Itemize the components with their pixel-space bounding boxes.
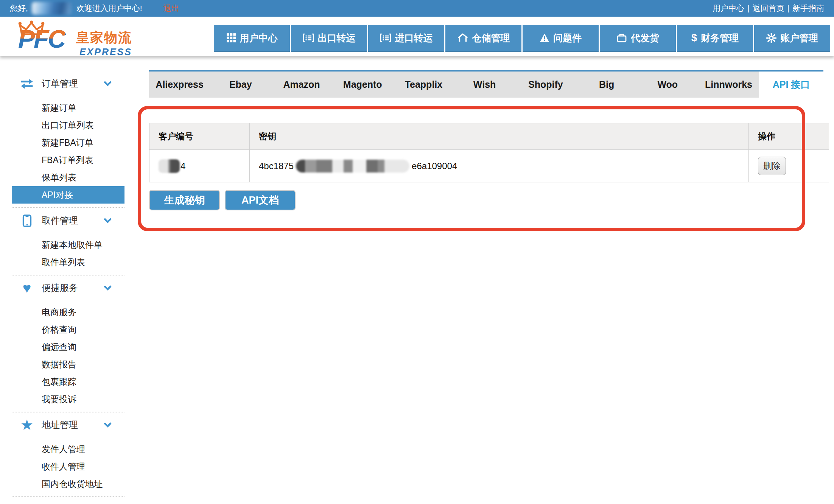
sidebar-separator: [12, 412, 124, 412]
nav-item-label: 进口转运: [395, 32, 433, 44]
generate-key-button[interactable]: 生成秘钥: [149, 190, 220, 210]
nav-item-label: 账户管理: [780, 32, 818, 44]
tab-linnworks[interactable]: Linnworks: [698, 72, 759, 98]
link-separator: |: [747, 4, 749, 13]
greeting-text: 您好,: [10, 3, 28, 14]
table-row: 4 4bc1875 e6a109004 删除: [149, 150, 829, 182]
warning-icon: [540, 33, 549, 43]
sidebar-item[interactable]: 新建本地取件单: [0, 236, 125, 254]
sidebar-item[interactable]: 取件单列表: [0, 254, 125, 271]
sidebar-section-title: 取件管理: [42, 215, 78, 227]
api-doc-button[interactable]: API文档: [225, 190, 296, 210]
chevron-down-icon: [104, 78, 112, 86]
redacted-customer-number: [159, 159, 180, 173]
sidebar-item[interactable]: 新建订单: [0, 99, 125, 117]
redacted-username: [32, 2, 71, 15]
customer-number-suffix: 4: [180, 161, 185, 171]
nav-item-label: 财务管理: [701, 32, 739, 44]
col-action: 操作: [749, 123, 829, 150]
topbar: 您好, 欢迎进入用户中心! 退出 用户中心|返回首页|新手指南: [0, 0, 834, 17]
transfer-arrows-icon: [19, 78, 35, 89]
topbar-link-3[interactable]: 新手指南: [792, 3, 824, 14]
nav-item-8[interactable]: 账户管理: [754, 25, 830, 52]
logo-name-cn: 皇家物流: [76, 29, 132, 47]
nav-item-label: 出口转运: [318, 32, 356, 44]
key-prefix: 4bc1875: [259, 161, 294, 171]
import-list-icon: [380, 33, 391, 42]
sidebar-item[interactable]: 发件人管理: [0, 440, 125, 458]
delete-button[interactable]: 删除: [758, 157, 786, 175]
panel-buttons: 生成秘钥 API文档: [149, 190, 296, 210]
sidebar-item[interactable]: 偏远查询: [0, 338, 125, 356]
sidebar-section-header-3[interactable]: ♥便捷服务: [0, 279, 125, 297]
grid-icon: [226, 33, 236, 43]
nav-item-label: 问题件: [553, 32, 582, 44]
sidebar-item[interactable]: 新建FBA订单: [0, 134, 125, 151]
tab-big[interactable]: Big: [576, 72, 637, 98]
tab-api-接口[interactable]: API 接口: [759, 72, 823, 98]
nav-item-7[interactable]: $财务管理: [677, 25, 753, 52]
sidebar-item[interactable]: 国内仓收货地址: [0, 475, 125, 493]
sidebar-item[interactable]: 我要投诉: [0, 390, 125, 408]
nav-item-5[interactable]: 问题件: [523, 25, 599, 52]
nav-item-6[interactable]: 代发货: [600, 25, 676, 52]
chevron-down-icon: [104, 215, 112, 223]
tab-magento[interactable]: Magento: [332, 72, 393, 98]
nav-item-3[interactable]: 进口转运: [368, 25, 444, 52]
sidebar-section-header-4[interactable]: ★地址管理: [0, 416, 125, 434]
tab-ebay[interactable]: Ebay: [210, 72, 271, 98]
topbar-link-2[interactable]: 返回首页: [753, 3, 784, 14]
topbar-links: 用户中心|返回首页|新手指南: [713, 3, 824, 14]
key-suffix: e6a109004: [412, 161, 457, 171]
sidebar-section-header-2[interactable]: 取件管理: [0, 212, 125, 229]
warehouse-icon: [457, 33, 468, 43]
sidebar-item[interactable]: 数据报告: [0, 356, 125, 373]
table-header-row: 客户编号 密钥 操作: [149, 123, 829, 150]
col-customer-number: 客户编号: [149, 123, 250, 150]
dropship-box-icon: [616, 33, 627, 43]
chevron-down-icon: [104, 420, 112, 428]
gear-icon: [766, 33, 776, 43]
sidebar-item[interactable]: 包裹跟踪: [0, 373, 125, 390]
content-tabs: AliexpressEbayAmazonMagentoTeapplixWishS…: [149, 70, 823, 98]
export-list-icon: [303, 33, 314, 42]
sidebar-separator: [12, 496, 124, 497]
sidebar-section-title: 地址管理: [42, 419, 78, 431]
topbar-link-1[interactable]: 用户中心: [713, 3, 744, 14]
nav-item-label: 仓储管理: [472, 32, 510, 44]
heart-icon: ♥: [19, 281, 35, 295]
sidebar-item[interactable]: FBA订单列表: [0, 151, 125, 169]
sidebar-item[interactable]: 价格查询: [0, 321, 125, 338]
header: PFC PFC 皇家物流 EXPRESS 用户中心出口转运进口转运仓储管理问题件…: [0, 17, 834, 56]
main-nav: 用户中心出口转运进口转运仓储管理问题件代发货$财务管理账户管理: [214, 25, 830, 52]
nav-item-1[interactable]: 用户中心: [214, 25, 290, 52]
sidebar-section-title: 便捷服务: [42, 282, 78, 294]
logo-name-en: EXPRESS: [79, 47, 132, 58]
tab-amazon[interactable]: Amazon: [271, 72, 332, 98]
sidebar-item[interactable]: 收件人管理: [0, 458, 125, 475]
sidebar-section-title: 订单管理: [42, 78, 78, 90]
sidebar-item[interactable]: API对接: [12, 186, 124, 204]
tab-wish[interactable]: Wish: [454, 72, 515, 98]
sidebar-item[interactable]: 电商服务: [0, 303, 125, 321]
tab-aliexpress[interactable]: Aliexpress: [149, 72, 210, 98]
tab-woo[interactable]: Woo: [637, 72, 698, 98]
col-secret-key: 密钥: [250, 123, 749, 150]
star-icon: ★: [19, 418, 35, 432]
sidebar-item[interactable]: 保单列表: [0, 169, 125, 186]
chevron-down-icon: [104, 283, 112, 291]
tab-shopify[interactable]: Shopify: [515, 72, 576, 98]
sidebar-section-header-1[interactable]: 订单管理: [0, 75, 125, 92]
api-key-table: 客户编号 密钥 操作 4 4bc1875 e6a109004 删除: [149, 123, 829, 182]
logout-link[interactable]: 退出: [163, 3, 179, 14]
phone-icon: [19, 215, 35, 227]
welcome-text: 欢迎进入用户中心!: [76, 3, 142, 14]
nav-item-4[interactable]: 仓储管理: [445, 25, 521, 52]
sidebar-item[interactable]: 出口订单列表: [0, 117, 125, 134]
link-separator: |: [787, 4, 789, 13]
sidebar-separator: [12, 207, 124, 208]
logo: PFC PFC 皇家物流 EXPRESS: [14, 18, 139, 56]
redacted-key-middle: [296, 160, 409, 173]
nav-item-2[interactable]: 出口转运: [291, 25, 367, 52]
tab-teapplix[interactable]: Teapplix: [393, 72, 454, 98]
